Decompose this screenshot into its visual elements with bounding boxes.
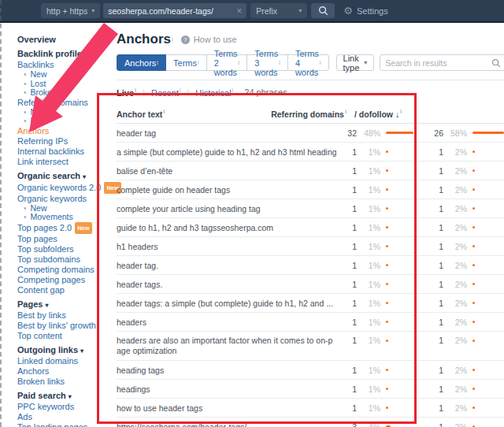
sidebar-item-ads[interactable]: Ads <box>17 412 110 422</box>
new-badge: New <box>75 222 91 234</box>
sidebar-item-label: Competing domains <box>17 265 94 274</box>
segment-button-terms-2-words[interactable]: Terms 2 wordsi <box>206 54 248 71</box>
tab-recent[interactable]: Recenti <box>151 87 181 98</box>
sidebar-item-broken[interactable]: •Broken <box>17 88 110 98</box>
footnote-marker: i <box>157 59 158 66</box>
bar-fill <box>386 245 388 247</box>
referring-domains-count: 32 <box>336 128 357 138</box>
sidebar-item-overview[interactable]: Overview <box>17 35 110 45</box>
footnote-marker: i <box>320 59 321 66</box>
dofollow-bar <box>467 184 504 195</box>
referring-domains-percent: 1% <box>357 299 380 308</box>
sidebar-item-best-by-links[interactable]: Best by links <box>17 310 110 321</box>
search-button[interactable] <box>311 3 335 18</box>
table-row: headers11%12% <box>117 313 504 332</box>
dofollow-percent: 2% <box>443 204 467 214</box>
sidebar-item-label: Top subdomains <box>17 254 80 264</box>
segment-button-terms[interactable]: Termsi <box>165 54 207 71</box>
referring-domains-bar <box>380 203 417 214</box>
top-search-bar: http + https ▾ × Prefix ▾ ⚙ Settings <box>0 0 504 23</box>
sidebar-item-pages[interactable]: Pages▾ <box>17 299 110 310</box>
table-row: header tags: a simple (but complete) gui… <box>117 294 504 313</box>
search-icon <box>318 6 328 16</box>
footnote-marker: i <box>279 59 280 66</box>
sidebar-item-top-pages-2-0[interactable]: Top pages 2.0New <box>17 222 110 234</box>
sidebar-item-label: Organic search <box>17 171 80 180</box>
sidebar-item-backlink-profile[interactable]: Backlink profile▾ <box>17 49 110 60</box>
tab-live[interactable]: Livei <box>117 87 136 98</box>
segment-button-terms-3-words[interactable]: Terms 3 wordsi <box>246 54 288 71</box>
referring-domains-bar <box>380 222 417 232</box>
sidebar-item-competing-domains[interactable]: Competing domains <box>17 265 110 275</box>
dofollow-bar <box>467 128 504 138</box>
bar-fill <box>386 188 388 191</box>
anchor-text-cell: h1 headers <box>117 242 336 251</box>
column-header-anchor-text[interactable]: Anchor texti <box>117 108 266 119</box>
app-window: http + https ▾ × Prefix ▾ ⚙ Settings Ove… <box>0 0 504 427</box>
settings-button[interactable]: ⚙ Settings <box>343 5 387 17</box>
sidebar-item-organic-keywords-2-0[interactable]: Organic keywords 2.0New <box>17 182 110 194</box>
sidebar-item-top-landing-pages[interactable]: Top landing pages <box>17 422 110 427</box>
sidebar-item-label: Referring domains <box>17 98 88 107</box>
sidebar-item-movements[interactable]: •Movements <box>17 213 110 222</box>
referring-domains-bar <box>380 260 417 270</box>
bar-fill <box>472 407 475 409</box>
sidebar-item-top-subfolders[interactable]: Top subfolders <box>17 244 110 254</box>
tab-historical[interactable]: Historicali <box>195 87 233 98</box>
sidebar-item-label: Link intersect <box>17 157 69 166</box>
anchor-text-cell: header tags: a simple (but complete) gui… <box>117 299 336 308</box>
dofollow-percent: 2% <box>443 185 467 195</box>
sidebar-item-broken-links[interactable]: Broken links <box>17 377 110 387</box>
bar-fill <box>472 207 475 210</box>
sidebar-item-internal-backlinks[interactable]: Internal backlinks <box>17 147 110 157</box>
chevron-down-icon: ▾ <box>91 7 94 14</box>
dofollow-bar <box>467 365 504 375</box>
link-type-dropdown[interactable]: Link type ▾ <box>336 54 375 71</box>
dofollow-count: 1 <box>424 280 443 289</box>
sidebar-item-link-intersect[interactable]: Link intersect <box>17 157 110 167</box>
sidebar-item-linked-domains[interactable]: Linked domains <box>17 356 110 366</box>
anchor-text-cell: heading tags <box>117 366 336 375</box>
sidebar-item-best-by-links-growth[interactable]: Best by links' growth <box>17 321 110 331</box>
footnote-marker: i <box>198 59 199 66</box>
phrase-count: 24 phrases <box>244 87 287 97</box>
column-header-referring-domains[interactable]: Referring domainsi <box>266 108 346 119</box>
mode-dropdown[interactable]: Prefix ▾ <box>250 3 307 18</box>
bar-fill <box>386 340 388 342</box>
bar-fill <box>386 207 388 210</box>
sidebar-item-top-subdomains[interactable]: Top subdomains <box>17 254 110 265</box>
footnote-marker: i <box>180 87 181 94</box>
anchor-text-cell: headings <box>117 384 336 394</box>
anchor-text-cell: balise d’en-tête <box>117 166 336 176</box>
sidebar-item-anchors[interactable]: Anchors <box>17 366 110 377</box>
how-to-use-link[interactable]: ? How to use <box>181 35 237 44</box>
protocol-dropdown-label: http + https <box>46 6 87 16</box>
segment-label: Terms 3 words <box>254 49 278 77</box>
sidebar-item-competing-pages[interactable]: Competing pages <box>17 275 110 285</box>
sidebar-item-organic-search[interactable]: Organic search▾ <box>17 171 110 182</box>
segment-button-terms-4-words[interactable]: Terms 4 wordsi <box>287 54 329 71</box>
results-search-input[interactable] <box>385 58 491 68</box>
target-url-field[interactable]: × <box>103 3 246 18</box>
results-search-box[interactable] <box>380 54 504 71</box>
referring-domains-percent: 1% <box>357 280 380 289</box>
target-url-input[interactable] <box>108 6 233 16</box>
sidebar-item-anchors[interactable]: Anchors <box>17 126 110 136</box>
clear-icon[interactable]: × <box>236 6 242 17</box>
sidebar-item-outgoing-links[interactable]: Outgoing links▾ <box>17 345 110 356</box>
sidebar-item-lost[interactable]: •Lost <box>17 117 110 126</box>
dofollow-percent: 2% <box>443 336 467 345</box>
bar-fill <box>472 340 475 342</box>
sidebar-item-referring-ips[interactable]: Referring IPs <box>17 136 110 147</box>
protocol-dropdown[interactable]: http + https ▾ <box>41 3 100 18</box>
sidebar-item-top-pages[interactable]: Top pages <box>17 234 110 244</box>
sidebar-item-ppc-keywords[interactable]: PPC keywords <box>17 402 110 412</box>
segment-button-anchors[interactable]: Anchorsi <box>117 54 166 71</box>
sidebar-item-content-gap[interactable]: Content gap <box>17 285 110 295</box>
dofollow-bar <box>467 384 504 394</box>
dofollow-bar <box>467 260 504 270</box>
column-header-dofollow[interactable]: / dofollow ↓i <box>346 108 504 119</box>
sidebar-item-paid-search[interactable]: Paid search▾ <box>17 391 110 402</box>
sidebar-item-top-content[interactable]: Top content <box>17 331 110 341</box>
sidebar-item-label: Top subfolders <box>17 244 74 254</box>
